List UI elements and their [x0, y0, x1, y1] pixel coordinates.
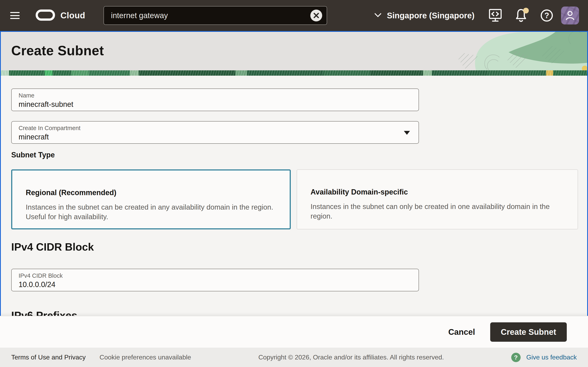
chevron-down-icon: [374, 12, 381, 19]
search-input[interactable]: [111, 11, 310, 20]
brand-label: Cloud: [61, 11, 85, 20]
create-subnet-panel: Create Subnet Name Create In Compartment: [0, 31, 588, 316]
subnet-form: Name Create In Compartment Subnet Type R…: [1, 76, 587, 316]
cookie-preferences-text: Cookie preferences unavailable: [100, 354, 191, 361]
ipv4-cidr-label: IPv4 CIDR Block: [18, 272, 412, 279]
menu-icon[interactable]: [10, 12, 20, 19]
compartment-value[interactable]: [18, 133, 412, 141]
name-input[interactable]: [18, 100, 412, 109]
topbar-icons: ?: [488, 7, 554, 24]
oracle-o-icon: [35, 9, 55, 22]
terms-link[interactable]: Terms of Use and Privacy: [11, 354, 86, 361]
subnet-type-option-ad-specific[interactable]: Availability Domain-specific Instances i…: [297, 169, 578, 229]
ipv4-cidr-heading: IPv4 CIDR Block: [11, 241, 94, 253]
option-description: Instances in the subnet can only be crea…: [311, 202, 564, 221]
subnet-type-options: Regional (Recommended) Instances in the …: [11, 169, 578, 229]
name-field-label: Name: [18, 92, 412, 99]
footer: Terms of Use and Privacy Cookie preferen…: [0, 348, 588, 367]
svg-text:?: ?: [544, 11, 549, 20]
subnet-type-option-regional[interactable]: Regional (Recommended) Instances in the …: [11, 169, 291, 229]
subnet-type-label: Subnet Type: [11, 151, 55, 159]
ipv4-cidr-field[interactable]: IPv4 CIDR Block: [11, 269, 419, 291]
topbar: Cloud Singapore (Singapore): [0, 0, 588, 31]
ipv6-prefixes-heading: IPv6 Prefixes: [11, 309, 77, 316]
copyright-text: Copyright © 2026, Oracle and/or its affi…: [191, 354, 511, 361]
search-box: [104, 6, 327, 25]
compartment-label: Create In Compartment: [18, 125, 412, 132]
notifications-bell-icon[interactable]: [514, 7, 528, 24]
feedback-help-icon: ?: [511, 353, 521, 362]
help-icon[interactable]: ?: [539, 7, 554, 24]
notification-badge: [523, 8, 529, 13]
page-header: Create Subnet: [1, 32, 587, 70]
option-description: Instances in the subnet can be created i…: [26, 202, 276, 221]
option-title: Availability Domain-specific: [311, 188, 564, 196]
region-selector[interactable]: Singapore (Singapore): [374, 11, 475, 20]
page-title: Create Subnet: [11, 43, 104, 58]
name-field[interactable]: Name: [11, 89, 419, 111]
create-subnet-button[interactable]: Create Subnet: [490, 322, 567, 342]
select-caret-icon: [404, 131, 410, 135]
cloud-shell-icon[interactable]: [488, 7, 503, 24]
ipv4-cidr-input[interactable]: [18, 280, 412, 289]
green-banner: [1, 70, 587, 76]
region-label: Singapore (Singapore): [387, 11, 475, 20]
oracle-logo[interactable]: Cloud: [35, 9, 85, 22]
user-avatar-icon[interactable]: [561, 7, 579, 25]
option-title: Regional (Recommended): [26, 188, 276, 197]
action-bar: Cancel Create Subnet: [0, 316, 588, 348]
header-decoration: [457, 32, 587, 70]
cancel-button[interactable]: Cancel: [448, 327, 475, 337]
clear-search-icon[interactable]: [310, 9, 322, 21]
feedback-link[interactable]: Give us feedback: [526, 354, 577, 361]
compartment-select[interactable]: Create In Compartment: [11, 121, 419, 144]
